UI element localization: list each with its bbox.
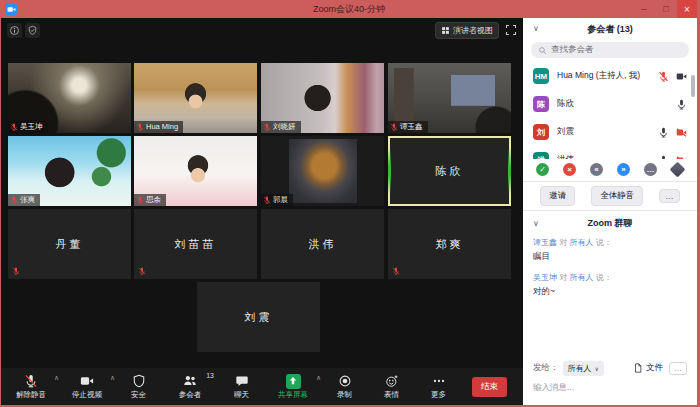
unmute-icon — [24, 374, 38, 388]
video-tile-郭晨[interactable]: 郭晨 — [261, 136, 384, 206]
tile-name-label: 谭玉鑫 — [388, 121, 428, 133]
mic-muted-icon — [12, 267, 20, 275]
end-meeting-button[interactable]: 结束 — [472, 377, 507, 397]
info-icon — [9, 25, 20, 36]
toolbar-participants-button[interactable]: 参会者13 — [162, 370, 218, 404]
toolbar-more-button[interactable]: 更多 — [415, 370, 462, 404]
participant-name: 刘苗苗 — [134, 209, 257, 279]
encryption-shield-icon[interactable] — [25, 23, 40, 38]
video-tile-张爽[interactable]: 张爽 — [8, 136, 131, 206]
chat-message-text: 瞩目 — [533, 251, 687, 263]
participants-title: 参会者 (13) — [523, 23, 697, 36]
video-tile-刘苗苗[interactable]: 刘苗苗 — [134, 209, 257, 279]
mic-muted-indicator — [12, 267, 20, 275]
participants-header: ∨ 参会者 (13) — [523, 18, 697, 40]
chat-message: 谭玉鑫 对 所有人 说：瞩目 — [533, 237, 687, 263]
chat-message: 吴玉坤 对 所有人 说：对的~ — [533, 272, 687, 298]
feedback-faster-icon[interactable]: » — [617, 163, 630, 176]
participants-more-button[interactable]: … — [659, 189, 680, 203]
video-tile-刘震[interactable]: 刘震 — [197, 282, 320, 352]
video-tile-刘晓妍[interactable]: 刘晓妍 — [261, 63, 384, 133]
participants-count-badge: 13 — [206, 372, 214, 379]
toolbar-share-screen-button[interactable]: 共享屏幕∧ — [265, 370, 321, 404]
camera-off-icon — [676, 127, 687, 138]
video-tile-洪伟[interactable]: 洪伟 — [261, 209, 384, 279]
video-tile-吴玉坤[interactable]: 吴玉坤 — [8, 63, 131, 133]
video-tile-谭玉鑫[interactable]: 谭玉鑫 — [388, 63, 511, 133]
search-participants-input[interactable]: 查找参会者 — [531, 42, 689, 58]
file-label: 文件 — [646, 362, 663, 374]
chat-input[interactable]: 输入消息... — [533, 382, 687, 394]
active-speaker-glow — [508, 148, 511, 194]
toolbar-security-button[interactable]: 安全 — [115, 370, 162, 404]
mic-icon — [658, 127, 669, 138]
participant-row[interactable]: 洪洪伟 — [523, 146, 697, 159]
participants-icon — [183, 374, 197, 388]
participant-row[interactable]: 刘刘震 — [523, 118, 697, 146]
invite-button[interactable]: 邀请 — [540, 186, 575, 206]
chat-header: ∨ Zoom 群聊 — [523, 213, 697, 233]
maximize-button[interactable]: □ — [655, 0, 677, 18]
security-icon — [132, 374, 146, 388]
video-tile-思余[interactable]: 思余 — [134, 136, 257, 206]
window-title: Zoom会议40-分钟 — [1, 3, 697, 16]
chevron-down-icon[interactable]: ∨ — [533, 219, 539, 228]
toolbar-label: 表情 — [384, 390, 399, 400]
chevron-down-icon[interactable]: ∨ — [533, 24, 539, 33]
toolbar-chat-button[interactable]: 聊天 — [218, 370, 265, 404]
feedback-more-feedback-icon[interactable]: … — [644, 163, 657, 176]
file-button[interactable]: 文件 — [633, 362, 663, 374]
fullscreen-brackets-icon — [505, 24, 517, 36]
fullscreen-icon[interactable] — [505, 24, 517, 36]
toolbar-label: 录制 — [337, 390, 352, 400]
tile-name-label: 刘晓妍 — [261, 121, 301, 133]
avatar: 陈 — [533, 96, 549, 112]
avatar: 刘 — [533, 124, 549, 140]
video-tile-丹董[interactable]: 丹董 — [8, 209, 131, 279]
share-arrow-icon — [287, 375, 299, 387]
participant-name: 张爽 — [20, 196, 35, 204]
chat-title: Zoom 群聊 — [523, 217, 697, 230]
toolbar-record-button[interactable]: 录制 — [321, 370, 368, 404]
toolbar-stop-video-button[interactable]: 停止视频∧ — [59, 370, 115, 404]
grid-view-icon — [441, 26, 450, 35]
avatar: 洪 — [533, 152, 549, 159]
participant-name: 思余 — [146, 196, 161, 204]
mic-muted-icon — [10, 123, 18, 131]
chat-more-button[interactable]: … — [669, 362, 687, 375]
panel-scrollbar[interactable] — [691, 75, 695, 97]
search-icon — [538, 46, 547, 55]
divider — [523, 181, 697, 182]
participant-name: 陈欣 — [557, 98, 574, 110]
video-tile-郑爽[interactable]: 郑爽 — [388, 209, 511, 279]
participant-name: 洪伟 — [261, 209, 384, 279]
mic-muted-icon — [392, 267, 400, 275]
chevron-down-icon: ∨ — [595, 365, 599, 372]
toolbar-label: 更多 — [431, 390, 446, 400]
meeting-info-icon[interactable] — [7, 23, 22, 38]
recipient-dropdown[interactable]: 所有人 ∨ — [563, 361, 604, 376]
mic-muted-icon — [136, 123, 144, 131]
titlebar: Zoom会议40-分钟 – □ × — [1, 0, 697, 18]
feedback-no-icon[interactable]: × — [563, 163, 576, 176]
video-tile-陈欣[interactable]: 陈欣 — [388, 136, 511, 206]
mute-all-button[interactable]: 全体静音 — [591, 186, 643, 206]
chat-message-header: 吴玉坤 对 所有人 说： — [533, 272, 687, 283]
mic-muted-icon — [10, 196, 18, 204]
toolbar-unmute-button[interactable]: 解除静音∧ — [3, 370, 59, 404]
video-tile-Hua Ming[interactable]: Hua Ming — [134, 63, 257, 133]
dog-photo — [289, 139, 357, 203]
toolbar-reactions-button[interactable]: 表情 — [368, 370, 415, 404]
more-icon — [432, 374, 446, 388]
send-to-label: 发给： — [533, 362, 559, 374]
participant-row[interactable]: HMHua Ming (主持人, 我) — [523, 62, 697, 90]
video-topbar: 演讲者视图 — [1, 20, 523, 40]
speaker-view-button[interactable]: 演讲者视图 — [435, 22, 499, 39]
feedback-yes-icon[interactable]: ✓ — [536, 163, 549, 176]
feedback-hand-icon[interactable] — [670, 161, 686, 177]
feedback-slower-icon[interactable]: « — [590, 163, 603, 176]
minimize-button[interactable]: – — [633, 0, 655, 18]
magnifier-icon — [538, 46, 547, 55]
close-button[interactable]: × — [677, 0, 697, 18]
participant-row[interactable]: 陈陈欣 — [523, 90, 697, 118]
